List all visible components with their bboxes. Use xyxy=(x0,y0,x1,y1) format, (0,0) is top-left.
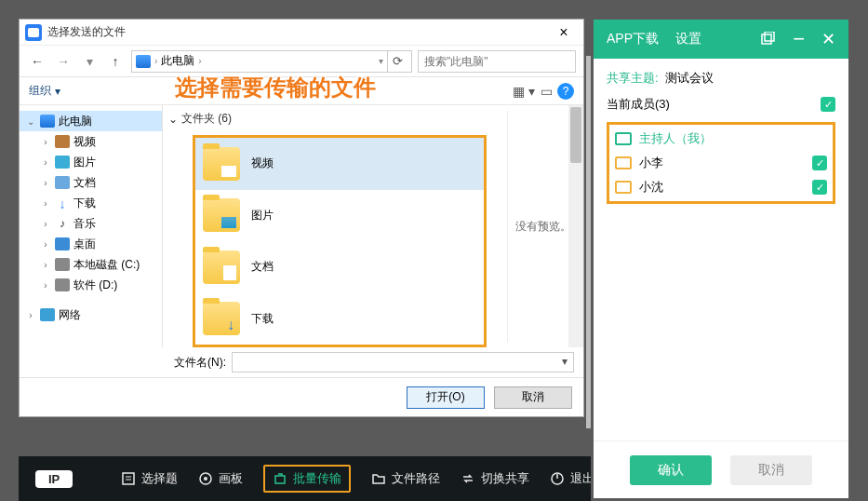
close-button[interactable]: × xyxy=(550,24,578,41)
tree-item-pc[interactable]: ⌄此电脑 xyxy=(20,111,162,131)
members-list: 主持人（我）小李✓小沈✓ xyxy=(607,122,835,204)
expand-icon[interactable]: › xyxy=(40,239,51,250)
tree-item-label: 图片 xyxy=(73,155,96,170)
cancel-button[interactable]: 取消 xyxy=(494,386,572,409)
folder-icon xyxy=(203,147,240,181)
refresh-button[interactable]: ⟳ xyxy=(387,51,407,72)
view-mode-button[interactable]: ▦ ▾ xyxy=(513,82,535,101)
tree-item-doc[interactable]: ›文档 xyxy=(20,172,162,193)
tree-item-net[interactable]: ›网络 xyxy=(20,305,162,325)
desk-icon xyxy=(55,237,70,250)
folder-tree[interactable]: ⌄此电脑›视频›图片›文档›↓下载›♪音乐›桌面›本地磁盘 (C:)›软件 (D… xyxy=(20,105,163,347)
scroll-thumb[interactable] xyxy=(570,107,581,163)
file-pane: ⌄ 文件夹 (6) 视频图片文档下载 没有预览。 xyxy=(163,105,583,347)
member-checkbox[interactable]: ✓ xyxy=(812,156,827,170)
select-question-icon xyxy=(121,471,136,486)
tree-item-dl[interactable]: ›↓下载 xyxy=(20,193,162,213)
member-name: 小沈 xyxy=(639,179,805,196)
net-icon xyxy=(40,308,55,321)
tree-item-label: 视频 xyxy=(73,134,96,150)
toolbar-select-question[interactable]: 选择题 xyxy=(121,465,178,493)
tree-item-disk[interactable]: ›本地磁盘 (C:) xyxy=(20,254,162,275)
member-row[interactable]: 主持人（我） xyxy=(615,130,827,147)
organize-menu[interactable]: 组织 ▾ xyxy=(29,83,60,99)
preview-pane: 没有预览。 xyxy=(507,111,578,342)
file-grid: 视频图片文档下载 xyxy=(193,135,487,347)
breadcrumb[interactable]: › 此电脑 › ▾ ⟳ xyxy=(131,50,412,73)
member-name: 主持人（我） xyxy=(639,130,827,147)
tree-item-label: 此电脑 xyxy=(59,114,92,129)
cancel-button[interactable]: 取消 xyxy=(730,455,812,485)
scrollbar[interactable] xyxy=(568,105,583,347)
tree-item-label: 音乐 xyxy=(73,216,96,232)
member-row[interactable]: 小李✓ xyxy=(615,155,827,171)
toolbar-whiteboard[interactable]: 画板 xyxy=(198,465,243,493)
nav-back-button[interactable]: ← xyxy=(27,51,47,72)
tree-item-vid[interactable]: ›视频 xyxy=(20,131,162,152)
tree-item-label: 下载 xyxy=(73,196,96,211)
folder-row[interactable]: 图片 xyxy=(195,190,484,242)
expand-icon[interactable]: ⌄ xyxy=(25,116,36,127)
tree-item-disk[interactable]: ›软件 (D:) xyxy=(20,275,162,295)
dl-icon: ↓ xyxy=(55,196,70,210)
chevron-down-icon: ▾ xyxy=(55,85,60,98)
member-name: 小李 xyxy=(639,155,805,171)
close-button[interactable]: ✕ xyxy=(821,29,835,49)
expand-icon[interactable]: › xyxy=(40,137,51,147)
filename-input[interactable] xyxy=(232,352,574,372)
svg-rect-8 xyxy=(762,34,771,44)
folder-label: 视频 xyxy=(251,156,274,171)
toolbar-label: 画板 xyxy=(219,470,243,487)
monitor-icon xyxy=(615,156,632,169)
file-open-dialog: 选择发送的文件 × ← → ▾ ↑ › 此电脑 › ▾ ⟳ 组织 ▾ ▦ ▾ ▭… xyxy=(19,19,584,417)
filename-label: 文件名(N): xyxy=(174,355,226,371)
tree-item-pic[interactable]: ›图片 xyxy=(20,152,162,172)
breadcrumb-segment[interactable]: 此电脑 xyxy=(161,53,194,69)
folder-label: 下载 xyxy=(251,311,274,327)
preview-pane-button[interactable]: ▭ xyxy=(535,82,557,101)
folder-row[interactable]: 视频 xyxy=(195,138,484,190)
nav-recent-button[interactable]: ▾ xyxy=(79,51,100,72)
toolbar-file-path[interactable]: 文件路径 xyxy=(371,465,440,493)
chevron-down-icon[interactable]: ▾ xyxy=(379,56,383,66)
expand-icon[interactable]: › xyxy=(40,280,51,291)
app-download-link[interactable]: APP下载 xyxy=(607,31,659,47)
vid-icon xyxy=(55,135,70,148)
nav-forward-button[interactable]: → xyxy=(53,51,73,72)
member-checkbox[interactable]: ✓ xyxy=(812,180,827,195)
ip-badge[interactable]: IP xyxy=(35,470,73,488)
confirm-button[interactable]: 确认 xyxy=(630,455,712,485)
folder-row[interactable]: 文档 xyxy=(195,241,484,293)
expand-icon[interactable]: › xyxy=(40,157,51,168)
open-button[interactable]: 打开(O) xyxy=(407,386,485,409)
expand-icon[interactable]: › xyxy=(40,198,51,209)
disk-icon xyxy=(55,258,70,271)
dialog-title: 选择发送的文件 xyxy=(47,24,550,40)
select-all-checkbox[interactable]: ✓ xyxy=(821,97,835,112)
panel-body: 共享主题: 测试会议 当前成员(3) ✓ 主持人（我）小李✓小沈✓ xyxy=(594,59,848,440)
nav-up-button[interactable]: ↑ xyxy=(105,51,126,72)
svg-point-4 xyxy=(204,477,207,481)
monitor-icon xyxy=(615,132,632,145)
music-icon: ♪ xyxy=(55,217,70,230)
tree-item-label: 桌面 xyxy=(73,237,96,252)
tree-item-desk[interactable]: ›桌面 xyxy=(20,234,162,254)
folder-icon xyxy=(203,250,240,284)
settings-link[interactable]: 设置 xyxy=(675,31,701,47)
search-input[interactable] xyxy=(418,50,576,73)
minimize-button[interactable]: − xyxy=(793,27,805,51)
toolbar-label: 选择题 xyxy=(141,470,178,487)
expand-icon[interactable]: › xyxy=(25,310,36,320)
group-header[interactable]: ⌄ 文件夹 (6) xyxy=(168,111,232,127)
help-icon[interactable]: ? xyxy=(557,83,574,100)
tree-item-music[interactable]: ›♪音乐 xyxy=(20,213,162,234)
chevron-right-icon: › xyxy=(154,56,157,66)
expand-icon[interactable]: › xyxy=(40,219,51,229)
window-icon[interactable] xyxy=(761,32,776,47)
toolbar-batch-transfer[interactable]: 批量传输 xyxy=(263,465,351,493)
toolbar-switch-share[interactable]: 切换共享 xyxy=(461,465,529,493)
expand-icon[interactable]: › xyxy=(40,260,51,270)
member-row[interactable]: 小沈✓ xyxy=(615,179,827,196)
folder-row[interactable]: 下载 xyxy=(195,293,484,345)
expand-icon[interactable]: › xyxy=(40,178,51,188)
